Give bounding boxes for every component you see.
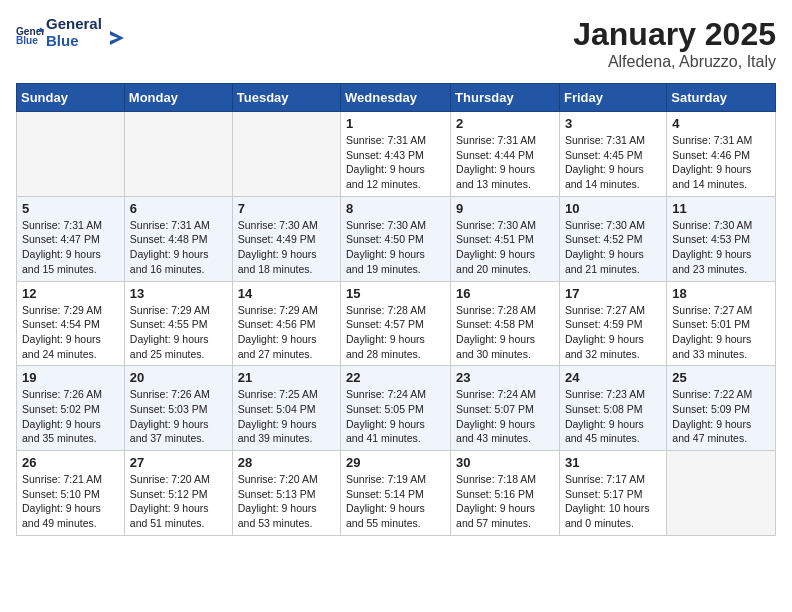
col-wednesday: Wednesday <box>341 84 451 112</box>
day-info: Sunrise: 7:31 AM Sunset: 4:48 PM Dayligh… <box>130 218 227 277</box>
table-cell: 5Sunrise: 7:31 AM Sunset: 4:47 PM Daylig… <box>17 196 125 281</box>
day-info: Sunrise: 7:30 AM Sunset: 4:51 PM Dayligh… <box>456 218 554 277</box>
day-info: Sunrise: 7:31 AM Sunset: 4:45 PM Dayligh… <box>565 133 661 192</box>
col-tuesday: Tuesday <box>232 84 340 112</box>
day-number: 25 <box>672 370 770 385</box>
day-number: 14 <box>238 286 335 301</box>
table-cell: 31Sunrise: 7:17 AM Sunset: 5:17 PM Dayli… <box>559 451 666 536</box>
day-number: 19 <box>22 370 119 385</box>
day-info: Sunrise: 7:29 AM Sunset: 4:56 PM Dayligh… <box>238 303 335 362</box>
day-info: Sunrise: 7:20 AM Sunset: 5:13 PM Dayligh… <box>238 472 335 531</box>
day-number: 3 <box>565 116 661 131</box>
table-cell: 16Sunrise: 7:28 AM Sunset: 4:58 PM Dayli… <box>451 281 560 366</box>
table-cell: 28Sunrise: 7:20 AM Sunset: 5:13 PM Dayli… <box>232 451 340 536</box>
table-cell: 25Sunrise: 7:22 AM Sunset: 5:09 PM Dayli… <box>667 366 776 451</box>
day-number: 23 <box>456 370 554 385</box>
day-number: 16 <box>456 286 554 301</box>
day-number: 29 <box>346 455 445 470</box>
logo-icon: General Blue <box>16 21 44 49</box>
day-info: Sunrise: 7:31 AM Sunset: 4:46 PM Dayligh… <box>672 133 770 192</box>
day-info: Sunrise: 7:31 AM Sunset: 4:47 PM Dayligh… <box>22 218 119 277</box>
table-cell: 10Sunrise: 7:30 AM Sunset: 4:52 PM Dayli… <box>559 196 666 281</box>
col-saturday: Saturday <box>667 84 776 112</box>
table-cell: 14Sunrise: 7:29 AM Sunset: 4:56 PM Dayli… <box>232 281 340 366</box>
day-info: Sunrise: 7:28 AM Sunset: 4:57 PM Dayligh… <box>346 303 445 362</box>
table-cell: 1Sunrise: 7:31 AM Sunset: 4:43 PM Daylig… <box>341 112 451 197</box>
day-number: 18 <box>672 286 770 301</box>
day-info: Sunrise: 7:28 AM Sunset: 4:58 PM Dayligh… <box>456 303 554 362</box>
day-info: Sunrise: 7:22 AM Sunset: 5:09 PM Dayligh… <box>672 387 770 446</box>
day-number: 4 <box>672 116 770 131</box>
col-monday: Monday <box>124 84 232 112</box>
day-number: 15 <box>346 286 445 301</box>
table-cell: 9Sunrise: 7:30 AM Sunset: 4:51 PM Daylig… <box>451 196 560 281</box>
table-cell: 24Sunrise: 7:23 AM Sunset: 5:08 PM Dayli… <box>559 366 666 451</box>
day-number: 6 <box>130 201 227 216</box>
day-info: Sunrise: 7:19 AM Sunset: 5:14 PM Dayligh… <box>346 472 445 531</box>
day-number: 27 <box>130 455 227 470</box>
day-info: Sunrise: 7:18 AM Sunset: 5:16 PM Dayligh… <box>456 472 554 531</box>
day-info: Sunrise: 7:25 AM Sunset: 5:04 PM Dayligh… <box>238 387 335 446</box>
day-number: 30 <box>456 455 554 470</box>
svg-text:Blue: Blue <box>16 35 38 46</box>
day-info: Sunrise: 7:29 AM Sunset: 4:54 PM Dayligh… <box>22 303 119 362</box>
table-cell: 29Sunrise: 7:19 AM Sunset: 5:14 PM Dayli… <box>341 451 451 536</box>
calendar-week-4: 19Sunrise: 7:26 AM Sunset: 5:02 PM Dayli… <box>17 366 776 451</box>
svg-marker-3 <box>110 31 124 45</box>
day-number: 17 <box>565 286 661 301</box>
calendar-week-1: 1Sunrise: 7:31 AM Sunset: 4:43 PM Daylig… <box>17 112 776 197</box>
day-info: Sunrise: 7:23 AM Sunset: 5:08 PM Dayligh… <box>565 387 661 446</box>
day-info: Sunrise: 7:30 AM Sunset: 4:50 PM Dayligh… <box>346 218 445 277</box>
calendar-table: Sunday Monday Tuesday Wednesday Thursday… <box>16 83 776 536</box>
day-info: Sunrise: 7:17 AM Sunset: 5:17 PM Dayligh… <box>565 472 661 531</box>
day-number: 12 <box>22 286 119 301</box>
table-cell: 21Sunrise: 7:25 AM Sunset: 5:04 PM Dayli… <box>232 366 340 451</box>
table-cell: 13Sunrise: 7:29 AM Sunset: 4:55 PM Dayli… <box>124 281 232 366</box>
logo-arrow-icon <box>104 27 126 49</box>
day-info: Sunrise: 7:29 AM Sunset: 4:55 PM Dayligh… <box>130 303 227 362</box>
day-info: Sunrise: 7:21 AM Sunset: 5:10 PM Dayligh… <box>22 472 119 531</box>
day-number: 24 <box>565 370 661 385</box>
logo-blue-text: Blue <box>46 33 102 50</box>
day-number: 22 <box>346 370 445 385</box>
table-cell: 2Sunrise: 7:31 AM Sunset: 4:44 PM Daylig… <box>451 112 560 197</box>
table-cell: 11Sunrise: 7:30 AM Sunset: 4:53 PM Dayli… <box>667 196 776 281</box>
day-number: 10 <box>565 201 661 216</box>
table-cell: 15Sunrise: 7:28 AM Sunset: 4:57 PM Dayli… <box>341 281 451 366</box>
day-number: 13 <box>130 286 227 301</box>
table-cell: 17Sunrise: 7:27 AM Sunset: 4:59 PM Dayli… <box>559 281 666 366</box>
table-cell: 22Sunrise: 7:24 AM Sunset: 5:05 PM Dayli… <box>341 366 451 451</box>
table-cell: 7Sunrise: 7:30 AM Sunset: 4:49 PM Daylig… <box>232 196 340 281</box>
page-subtitle: Alfedena, Abruzzo, Italy <box>573 53 776 71</box>
day-number: 31 <box>565 455 661 470</box>
table-cell: 12Sunrise: 7:29 AM Sunset: 4:54 PM Dayli… <box>17 281 125 366</box>
page: General Blue General Blue January 2025 A… <box>0 0 792 552</box>
calendar-header-row: Sunday Monday Tuesday Wednesday Thursday… <box>17 84 776 112</box>
header: General Blue General Blue January 2025 A… <box>16 16 776 71</box>
day-info: Sunrise: 7:24 AM Sunset: 5:07 PM Dayligh… <box>456 387 554 446</box>
calendar-week-3: 12Sunrise: 7:29 AM Sunset: 4:54 PM Dayli… <box>17 281 776 366</box>
day-info: Sunrise: 7:30 AM Sunset: 4:53 PM Dayligh… <box>672 218 770 277</box>
calendar-week-5: 26Sunrise: 7:21 AM Sunset: 5:10 PM Dayli… <box>17 451 776 536</box>
day-info: Sunrise: 7:31 AM Sunset: 4:43 PM Dayligh… <box>346 133 445 192</box>
table-cell: 6Sunrise: 7:31 AM Sunset: 4:48 PM Daylig… <box>124 196 232 281</box>
day-number: 1 <box>346 116 445 131</box>
table-cell <box>17 112 125 197</box>
table-cell <box>232 112 340 197</box>
table-cell: 27Sunrise: 7:20 AM Sunset: 5:12 PM Dayli… <box>124 451 232 536</box>
table-cell: 18Sunrise: 7:27 AM Sunset: 5:01 PM Dayli… <box>667 281 776 366</box>
day-number: 11 <box>672 201 770 216</box>
day-number: 7 <box>238 201 335 216</box>
day-number: 28 <box>238 455 335 470</box>
col-sunday: Sunday <box>17 84 125 112</box>
day-number: 26 <box>22 455 119 470</box>
table-cell: 8Sunrise: 7:30 AM Sunset: 4:50 PM Daylig… <box>341 196 451 281</box>
day-info: Sunrise: 7:24 AM Sunset: 5:05 PM Dayligh… <box>346 387 445 446</box>
day-info: Sunrise: 7:27 AM Sunset: 5:01 PM Dayligh… <box>672 303 770 362</box>
table-cell: 30Sunrise: 7:18 AM Sunset: 5:16 PM Dayli… <box>451 451 560 536</box>
table-cell <box>667 451 776 536</box>
logo: General Blue General Blue <box>16 16 126 49</box>
day-info: Sunrise: 7:26 AM Sunset: 5:03 PM Dayligh… <box>130 387 227 446</box>
day-number: 5 <box>22 201 119 216</box>
table-cell: 19Sunrise: 7:26 AM Sunset: 5:02 PM Dayli… <box>17 366 125 451</box>
